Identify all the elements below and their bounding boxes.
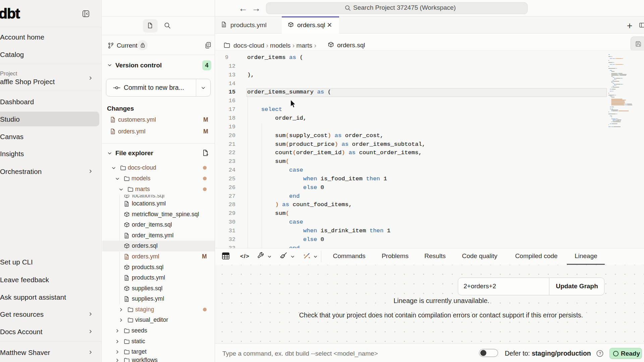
svg-text:?: ?: [599, 351, 601, 356]
